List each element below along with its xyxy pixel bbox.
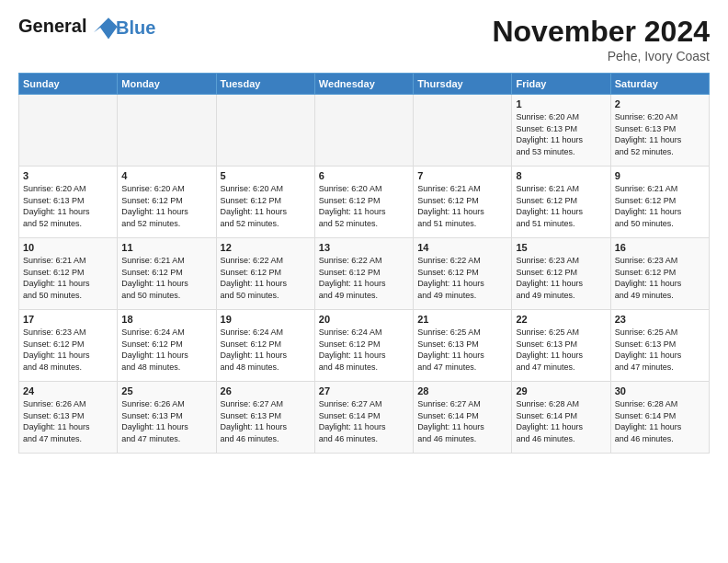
calendar-table: SundayMondayTuesdayWednesdayThursdayFrid… (18, 73, 710, 454)
logo: General Blue (18, 15, 155, 40)
day-number: 18 (121, 314, 211, 325)
day-number: 9 (615, 170, 705, 181)
calendar-week-row: 17Sunrise: 6:23 AM Sunset: 6:12 PM Dayli… (19, 310, 710, 382)
calendar-cell (19, 95, 118, 167)
calendar-cell: 18Sunrise: 6:24 AM Sunset: 6:12 PM Dayli… (118, 310, 216, 382)
col-header-monday: Monday (118, 74, 216, 95)
day-number: 10 (23, 242, 113, 253)
day-number: 21 (417, 314, 507, 325)
day-number: 16 (615, 242, 705, 253)
day-number: 14 (417, 242, 507, 253)
calendar-cell: 8Sunrise: 6:21 AM Sunset: 6:12 PM Daylig… (512, 167, 610, 238)
day-info: Sunrise: 6:20 AM Sunset: 6:12 PM Dayligh… (319, 183, 409, 229)
calendar-cell: 2Sunrise: 6:20 AM Sunset: 6:13 PM Daylig… (610, 95, 709, 167)
calendar-week-row: 1Sunrise: 6:20 AM Sunset: 6:13 PM Daylig… (19, 95, 710, 167)
day-number: 11 (121, 242, 211, 253)
day-number: 30 (615, 385, 705, 396)
calendar-cell: 26Sunrise: 6:27 AM Sunset: 6:13 PM Dayli… (216, 382, 314, 454)
calendar-cell: 7Sunrise: 6:21 AM Sunset: 6:12 PM Daylig… (414, 167, 512, 238)
day-number: 28 (417, 385, 507, 396)
calendar-cell: 9Sunrise: 6:21 AM Sunset: 6:12 PM Daylig… (610, 167, 709, 238)
day-info: Sunrise: 6:20 AM Sunset: 6:12 PM Dayligh… (121, 183, 211, 229)
calendar-header-row: SundayMondayTuesdayWednesdayThursdayFrid… (19, 74, 710, 95)
day-info: Sunrise: 6:23 AM Sunset: 6:12 PM Dayligh… (615, 255, 705, 301)
day-info: Sunrise: 6:27 AM Sunset: 6:14 PM Dayligh… (417, 398, 507, 444)
calendar-week-row: 10Sunrise: 6:21 AM Sunset: 6:12 PM Dayli… (19, 238, 710, 310)
calendar-cell: 21Sunrise: 6:25 AM Sunset: 6:13 PM Dayli… (414, 310, 512, 382)
day-info: Sunrise: 6:23 AM Sunset: 6:12 PM Dayligh… (23, 327, 113, 373)
day-info: Sunrise: 6:21 AM Sunset: 6:12 PM Dayligh… (615, 183, 705, 229)
col-header-thursday: Thursday (414, 74, 512, 95)
calendar-cell: 12Sunrise: 6:22 AM Sunset: 6:12 PM Dayli… (216, 238, 314, 310)
calendar-cell: 24Sunrise: 6:26 AM Sunset: 6:13 PM Dayli… (19, 382, 118, 454)
day-number: 19 (221, 314, 311, 325)
day-info: Sunrise: 6:24 AM Sunset: 6:12 PM Dayligh… (319, 327, 409, 373)
day-info: Sunrise: 6:27 AM Sunset: 6:14 PM Dayligh… (319, 398, 409, 444)
calendar-cell: 14Sunrise: 6:22 AM Sunset: 6:12 PM Dayli… (414, 238, 512, 310)
calendar-cell: 10Sunrise: 6:21 AM Sunset: 6:12 PM Dayli… (19, 238, 118, 310)
calendar-cell: 23Sunrise: 6:25 AM Sunset: 6:13 PM Dayli… (610, 310, 709, 382)
day-info: Sunrise: 6:26 AM Sunset: 6:13 PM Dayligh… (121, 398, 211, 444)
day-info: Sunrise: 6:25 AM Sunset: 6:13 PM Dayligh… (417, 327, 507, 373)
day-number: 23 (615, 314, 705, 325)
day-number: 2 (615, 98, 705, 109)
day-number: 6 (319, 170, 409, 181)
calendar-cell: 25Sunrise: 6:26 AM Sunset: 6:13 PM Dayli… (118, 382, 216, 454)
day-number: 25 (121, 385, 211, 396)
day-info: Sunrise: 6:21 AM Sunset: 6:12 PM Dayligh… (516, 183, 606, 229)
day-number: 13 (319, 242, 409, 253)
day-info: Sunrise: 6:25 AM Sunset: 6:13 PM Dayligh… (615, 327, 705, 373)
day-info: Sunrise: 6:28 AM Sunset: 6:14 PM Dayligh… (615, 398, 705, 444)
calendar-cell: 30Sunrise: 6:28 AM Sunset: 6:14 PM Dayli… (610, 382, 709, 454)
day-info: Sunrise: 6:24 AM Sunset: 6:12 PM Dayligh… (221, 327, 311, 373)
logo-general: General (18, 16, 86, 36)
calendar-cell: 15Sunrise: 6:23 AM Sunset: 6:12 PM Dayli… (512, 238, 610, 310)
day-number: 1 (516, 98, 606, 109)
header: General Blue November 2024 Pehe, Ivory C… (18, 15, 710, 63)
day-info: Sunrise: 6:20 AM Sunset: 6:13 PM Dayligh… (516, 111, 606, 157)
col-header-sunday: Sunday (19, 74, 118, 95)
day-number: 3 (23, 170, 113, 181)
day-number: 24 (23, 385, 113, 396)
location: Pehe, Ivory Coast (492, 49, 710, 63)
day-number: 17 (23, 314, 113, 325)
day-info: Sunrise: 6:20 AM Sunset: 6:12 PM Dayligh… (221, 183, 311, 229)
calendar-cell: 29Sunrise: 6:28 AM Sunset: 6:14 PM Dayli… (512, 382, 610, 454)
col-header-friday: Friday (512, 74, 610, 95)
calendar-week-row: 3Sunrise: 6:20 AM Sunset: 6:13 PM Daylig… (19, 167, 710, 238)
calendar-week-row: 24Sunrise: 6:26 AM Sunset: 6:13 PM Dayli… (19, 382, 710, 454)
day-number: 4 (121, 170, 211, 181)
day-info: Sunrise: 6:27 AM Sunset: 6:13 PM Dayligh… (221, 398, 311, 444)
calendar-cell: 5Sunrise: 6:20 AM Sunset: 6:12 PM Daylig… (216, 167, 314, 238)
day-info: Sunrise: 6:26 AM Sunset: 6:13 PM Dayligh… (23, 398, 113, 444)
logo-blue: Blue (116, 17, 155, 38)
day-number: 12 (221, 242, 311, 253)
calendar-cell: 20Sunrise: 6:24 AM Sunset: 6:12 PM Dayli… (314, 310, 413, 382)
col-header-wednesday: Wednesday (314, 74, 413, 95)
day-number: 7 (417, 170, 507, 181)
day-info: Sunrise: 6:22 AM Sunset: 6:12 PM Dayligh… (221, 255, 311, 301)
calendar-cell (314, 95, 413, 167)
calendar-cell: 1Sunrise: 6:20 AM Sunset: 6:13 PM Daylig… (512, 95, 610, 167)
day-info: Sunrise: 6:21 AM Sunset: 6:12 PM Dayligh… (417, 183, 507, 229)
calendar-cell: 3Sunrise: 6:20 AM Sunset: 6:13 PM Daylig… (19, 167, 118, 238)
day-info: Sunrise: 6:22 AM Sunset: 6:12 PM Dayligh… (319, 255, 409, 301)
calendar-cell: 4Sunrise: 6:20 AM Sunset: 6:12 PM Daylig… (118, 167, 216, 238)
day-number: 26 (221, 385, 311, 396)
day-info: Sunrise: 6:21 AM Sunset: 6:12 PM Dayligh… (121, 255, 211, 301)
calendar-cell: 13Sunrise: 6:22 AM Sunset: 6:12 PM Dayli… (314, 238, 413, 310)
day-number: 5 (221, 170, 311, 181)
calendar-cell: 6Sunrise: 6:20 AM Sunset: 6:12 PM Daylig… (314, 167, 413, 238)
day-info: Sunrise: 6:25 AM Sunset: 6:13 PM Dayligh… (516, 327, 606, 373)
title-area: November 2024 Pehe, Ivory Coast (492, 15, 710, 63)
day-number: 20 (319, 314, 409, 325)
day-number: 27 (319, 385, 409, 396)
day-info: Sunrise: 6:23 AM Sunset: 6:12 PM Dayligh… (516, 255, 606, 301)
calendar-cell: 17Sunrise: 6:23 AM Sunset: 6:12 PM Dayli… (19, 310, 118, 382)
calendar-cell (216, 95, 314, 167)
calendar-cell: 28Sunrise: 6:27 AM Sunset: 6:14 PM Dayli… (414, 382, 512, 454)
col-header-saturday: Saturday (610, 74, 709, 95)
day-number: 15 (516, 242, 606, 253)
day-info: Sunrise: 6:21 AM Sunset: 6:12 PM Dayligh… (23, 255, 113, 301)
day-number: 29 (516, 385, 606, 396)
